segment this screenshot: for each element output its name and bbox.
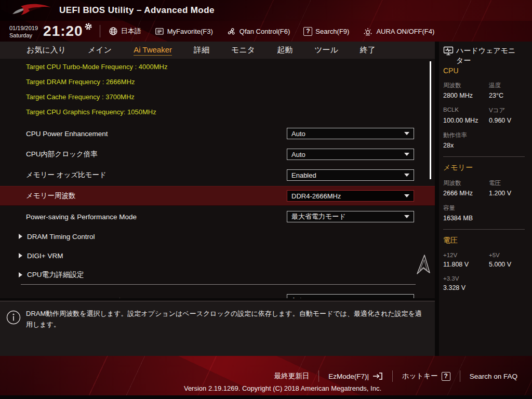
setting-row-clipped: CPUコア/キャッシュ 供給電流上限 Auto [0, 290, 435, 298]
myfavorite-icon [155, 26, 164, 36]
tab-main[interactable]: メイン [77, 42, 123, 59]
toolbar: 01/19/2019 Saturday 21:20 日本語 MyFavorite… [0, 21, 532, 42]
target-dram-line: Target DRAM Frequency : 2666MHz [26, 78, 135, 86]
gear-icon[interactable] [84, 22, 92, 31]
footer-bar: 最終更新日 EzMode(F7)| ホットキー ? Search on FAQ [265, 369, 527, 383]
bclk-label: BCLK [443, 107, 489, 114]
datetime: 01/19/2019 Saturday 21:20 [9, 23, 92, 39]
aura-label: AURA ON/OFF(F4) [376, 28, 434, 35]
page-title: UEFI BIOS Utility – Advanced Mode [59, 5, 215, 16]
tab-ai-tweaker[interactable]: Ai Tweaker [123, 42, 183, 59]
cpu-temp-value: 23°C [489, 92, 527, 99]
tab-monitor[interactable]: モニタ [220, 42, 266, 59]
qfan-button[interactable]: Qfan Control(F6) [227, 26, 290, 36]
sidebar-divider [443, 156, 525, 157]
cpu-freq-label: 周波数 [443, 82, 489, 89]
question-icon: ? [442, 372, 450, 381]
setting-label: CPU Power Enhancement [26, 130, 108, 138]
dropdown-cpu-current-limit[interactable]: Auto [287, 294, 414, 298]
mouse-cursor [413, 254, 432, 276]
target-cpu-graphics-line: Target CPU Graphics Frequency: 1050MHz [26, 108, 156, 116]
search-label: Search(F9) [315, 28, 349, 35]
submenu-digi-vrm[interactable]: DIGI+ VRM [19, 250, 63, 261]
qfan-label: Qfan Control(F6) [240, 28, 290, 35]
tab-boot[interactable]: 起動 [266, 42, 303, 59]
ratio-value: 28x [443, 142, 489, 149]
settings-content: Target CPU Turbo-Mode Frequency : 4000MH… [0, 59, 435, 298]
myfavorite-label: MyFavorite(F3) [167, 28, 213, 35]
submenu-cpu-power-management[interactable]: CPU電力詳細設定 [19, 270, 84, 280]
clock-value: 21:20 [43, 24, 83, 38]
vcore-label: Vコア [489, 107, 527, 114]
scrollbar-thumb[interactable] [430, 61, 431, 179]
fan-icon [227, 26, 236, 36]
search-button[interactable]: ? Search(F9) [303, 27, 349, 36]
section-divider [21, 284, 416, 285]
date-label: 01/19/2019 Saturday [9, 25, 38, 39]
arrow-right-icon [19, 272, 22, 277]
tab-exit[interactable]: 終了 [349, 42, 387, 59]
setting-row: CPU Power Enhancement Auto [0, 124, 435, 143]
sidebar-divider [443, 229, 525, 230]
mem-capacity-label: 容量 [443, 204, 489, 212]
setting-label: Power-saving & Performance Mode [26, 213, 137, 221]
memory-section: 周波数 電圧 2666 MHz 1.200 V 容量 16384 MB [443, 172, 527, 222]
version-text: Version 2.19.1269. Copyright (C) 2018 Am… [0, 384, 532, 392]
setting-row-selected: メモリー周波数 DDR4-2666MHz [0, 186, 435, 206]
hardware-monitor-header: ハードウェアモニター [443, 46, 527, 65]
help-text: DRAM動作周波数を選択します。設定オプションはベースクロックの設定に依存します… [26, 308, 427, 330]
search-on-faq-button[interactable]: Search on FAQ [460, 373, 527, 380]
footer-separator [460, 370, 460, 382]
tab-advanced[interactable]: 詳細 [183, 42, 220, 59]
aura-button[interactable]: AURA ON/OFF(F4) [363, 26, 434, 36]
dropdown-power-saving-mode[interactable]: 最大省電力モード [287, 211, 414, 222]
chevron-down-icon [404, 194, 409, 197]
setting-row: メモリー オッズ比モード Enabled [0, 165, 435, 185]
mem-capacity-value: 16384 MB [443, 215, 489, 222]
rog-logo-icon [5, 2, 53, 19]
language-button[interactable]: 日本語 [109, 26, 141, 36]
tab-bar: お気に入り メイン Ai Tweaker 詳細 モニタ 起動 ツール 終了 [0, 42, 435, 59]
mem-freq-label: 周波数 [443, 179, 489, 187]
setting-row: Power-saving & Performance Mode 最大省電力モード [0, 207, 435, 227]
chevron-down-icon [404, 153, 409, 156]
panels-wrapper: お気に入り メイン Ai Tweaker 詳細 モニタ 起動 ツール 終了 Ta… [0, 42, 532, 356]
tab-favorites[interactable]: お気に入り [16, 42, 77, 59]
tab-tool[interactable]: ツール [303, 42, 349, 59]
submenu-dram-timing-control[interactable]: DRAM Timing Control [19, 231, 95, 242]
arrow-right-icon [19, 253, 22, 258]
hardware-monitor-title: ハードウェアモニター [456, 46, 518, 65]
footer-separator [392, 370, 393, 382]
v5-label: +5V [489, 252, 527, 258]
last-update-button[interactable]: 最終更新日 [265, 371, 319, 381]
chevron-down-icon [404, 132, 409, 135]
ezmode-button[interactable]: EzMode(F7)| [319, 372, 392, 380]
vcore-value: 0.960 V [489, 117, 527, 124]
setting-row: CPU内部クロック倍率 Auto [0, 144, 435, 164]
title-bar: UEFI BIOS Utility – Advanced Mode [0, 0, 532, 21]
chevron-down-icon [404, 215, 409, 218]
target-cpu-turbo-line: Target CPU Turbo-Mode Frequency : 4000MH… [26, 63, 167, 71]
arrow-right-icon [19, 234, 22, 239]
cpu-temp-label: 温度 [489, 82, 527, 89]
dropdown-memory-frequency[interactable]: DDR4-2666MHz [287, 190, 414, 202]
ratio-label: 動作倍率 [443, 131, 489, 139]
voltage-section: +12V +5V 11.808 V 5.000 V +3.3V 3.328 V [443, 245, 527, 291]
main-panel: お気に入り メイン Ai Tweaker 詳細 モニタ 起動 ツール 終了 Ta… [0, 42, 435, 298]
dropdown-cpu-core-ratio[interactable]: Auto [287, 149, 414, 160]
hotkeys-button[interactable]: ホットキー ? [393, 371, 460, 381]
help-panel: DRAM動作周波数を選択します。設定オプションはベースクロックの設定に依存します… [0, 301, 435, 356]
exit-to-icon [373, 372, 383, 380]
myfavorite-button[interactable]: MyFavorite(F3) [155, 26, 213, 36]
setting-label: メモリー周波数 [26, 191, 75, 201]
question-icon: ? [303, 27, 312, 36]
mem-volt-value: 1.200 V [489, 190, 527, 197]
footer-separator [318, 370, 319, 382]
monitor-icon [443, 46, 454, 56]
dropdown-cpu-power-enhancement[interactable]: Auto [287, 128, 414, 139]
v33-value: 3.328 V [443, 284, 489, 291]
dropdown-memory-odds-ratio[interactable]: Enabled [287, 169, 414, 181]
hardware-monitor-sidebar: ハードウェアモニター CPU 周波数 温度 2800 MHz 23°C BCLK… [439, 42, 532, 356]
cpu-section: 周波数 温度 2800 MHz 23°C BCLK Vコア 100.00 MHz… [443, 75, 527, 149]
info-icon [6, 310, 21, 325]
